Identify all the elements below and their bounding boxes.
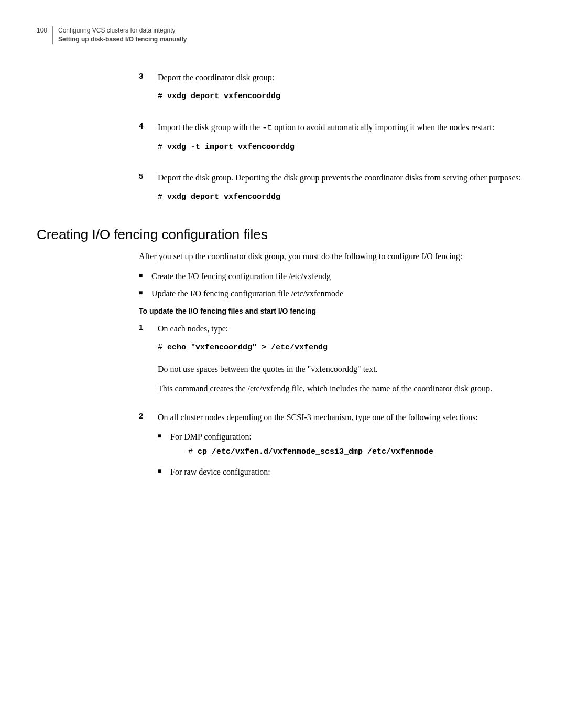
step-body: On each nodes, type: # echo "vxfencoordd… [158,323,492,402]
code-block: # cp /etc/vxfen.d/vxfenmode_scsi3_dmp /e… [188,446,478,458]
step-number: 4 [139,121,158,163]
step-4: 4 Import the disk group with the -t opti… [139,121,529,163]
bullet-item: Create the I/O fencing configuration fil… [139,270,529,282]
section-body: After you set up the coordinator disk gr… [37,250,529,484]
step-2: 2 On all cluster nodes depending on the … [139,411,529,484]
sub-bullet-label: For raw device configuration: [170,467,270,476]
code-command: vxdg deport vxfencoorddg [167,92,280,101]
step-number: 2 [139,411,158,484]
page: 100 Configuring VCS clusters for data in… [0,0,566,526]
step-number: 1 [139,323,158,402]
bullet-list: Create the I/O fencing configuration fil… [139,270,529,299]
code-block: # vxdg deport vxfencoorddg [158,191,521,203]
step-body: On all cluster nodes depending on the SC… [158,411,478,484]
code-block: # vxdg deport vxfencoorddg [158,91,280,102]
text-post: option to avoid automatically importing … [272,123,494,132]
header-line1: Configuring VCS clusters for data integr… [58,26,187,35]
step-body: Deport the disk group. Deporting the dis… [158,172,521,212]
code-prompt: # [158,343,167,352]
code-prompt: # [188,447,198,456]
code-command: vxdg deport vxfencoorddg [167,192,280,201]
header-text: Configuring VCS clusters for data integr… [52,26,187,44]
code-block: # vxdg -t import vxfencoorddg [158,142,494,153]
text-mono: -t [262,123,272,133]
step-text: Import the disk group with the -t option… [158,121,494,134]
code-command: cp /etc/vxfen.d/vxfenmode_scsi3_dmp /etc… [198,447,433,456]
code-prompt: # [158,192,167,201]
sub-bullet-label: For DMP configuration: [170,432,252,441]
step-3: 3 Deport the coordinator disk group: # v… [139,71,529,112]
page-number: 100 [37,26,47,35]
step-note: This command creates the /etc/vxfendg fi… [158,382,492,394]
step-text: On all cluster nodes depending on the SC… [158,411,478,423]
step-1: 1 On each nodes, type: # echo "vxfencoor… [139,323,529,402]
code-prompt: # [158,92,167,101]
code-command: echo "vxfencoorddg" > /etc/vxfendg [167,343,328,352]
step-5: 5 Deport the disk group. Deporting the d… [139,172,529,212]
top-steps: 3 Deport the coordinator disk group: # v… [37,71,529,212]
code-prompt: # [158,143,167,152]
step-text: Deport the disk group. Deporting the dis… [158,172,521,184]
section-heading: Creating I/O fencing configuration files [37,227,529,243]
code-block: # echo "vxfencoorddg" > /etc/vxfendg [158,342,492,354]
page-header: 100 Configuring VCS clusters for data in… [37,26,529,44]
sub-bullet-item: For DMP configuration: # cp /etc/vxfen.d… [158,431,478,457]
step-number: 3 [139,71,158,112]
intro-paragraph: After you set up the coordinator disk gr… [139,250,529,262]
sub-bullet-list: For DMP configuration: # cp /etc/vxfen.d… [158,431,478,478]
step-note: Do not use spaces between the quotes in … [158,363,492,375]
bullet-item: Update the I/O fencing configuration fil… [139,287,529,299]
step-number: 5 [139,172,158,212]
header-line2: Setting up disk-based I/O fencing manual… [58,35,187,44]
text-pre: Import the disk group with the [158,123,262,132]
step-body: Import the disk group with the -t option… [158,121,494,163]
procedure-heading: To update the I/O fencing files and star… [139,307,529,315]
step-text: On each nodes, type: [158,323,492,335]
code-command: vxdg -t import vxfencoorddg [167,143,295,152]
sub-bullet-item: For raw device configuration: [158,466,478,478]
step-text: Deport the coordinator disk group: [158,71,280,83]
step-body: Deport the coordinator disk group: # vxd… [158,71,280,112]
